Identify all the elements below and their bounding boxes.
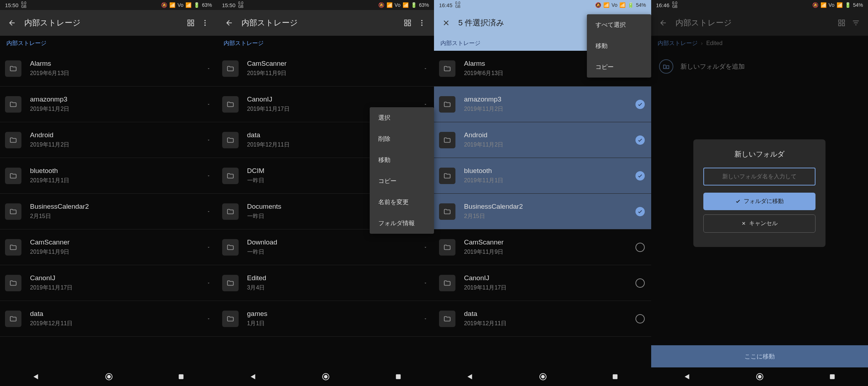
checkbox-checked-icon[interactable] <box>635 171 645 180</box>
svg-rect-19 <box>396 374 400 379</box>
breadcrumb-root[interactable]: 内部ストレージ <box>6 40 46 47</box>
checkbox-unchecked-icon[interactable] <box>635 243 645 252</box>
folder-item[interactable]: Edited 3月4日 <box>217 265 434 301</box>
chevron-down-icon[interactable] <box>206 245 211 249</box>
folder-item[interactable]: CanonIJ 2019年11月17日 <box>434 265 651 301</box>
app-header: 内部ストレージ <box>0 10 217 36</box>
nav-back-icon[interactable] <box>466 373 474 381</box>
svg-rect-9 <box>179 374 184 379</box>
nav-recent-icon[interactable] <box>178 373 185 380</box>
chevron-down-icon[interactable] <box>206 102 211 107</box>
chevron-down-icon[interactable] <box>206 317 211 321</box>
svg-rect-11 <box>408 20 410 22</box>
menu-item[interactable]: 移動 <box>370 149 434 170</box>
svg-point-6 <box>204 25 206 26</box>
svg-rect-22 <box>613 374 618 379</box>
chevron-down-icon[interactable] <box>206 209 211 214</box>
menu-item[interactable]: コピー <box>587 56 651 78</box>
menu-item[interactable]: 移動 <box>587 35 651 56</box>
chevron-down-icon[interactable] <box>423 317 428 321</box>
grid-view-icon[interactable] <box>400 16 415 30</box>
nav-recent-icon[interactable] <box>395 373 402 380</box>
folder-item[interactable]: Android 2019年11月2日 <box>434 122 651 158</box>
nav-back-icon[interactable] <box>32 373 40 381</box>
folder-icon <box>439 275 455 291</box>
nav-home-icon[interactable] <box>321 372 330 381</box>
folder-name: bluetooth <box>30 167 206 175</box>
folder-icon <box>222 239 239 256</box>
menu-item[interactable]: 選択 <box>370 107 434 128</box>
folder-item[interactable]: BusinessCalendar2 2月15日 <box>434 194 651 229</box>
menu-item[interactable]: 名前を変更 <box>370 192 434 213</box>
folder-icon <box>5 132 21 148</box>
folder-item[interactable]: Download 一昨日 <box>217 229 434 265</box>
menu-item[interactable]: コピー <box>370 170 434 192</box>
chevron-down-icon[interactable] <box>423 245 428 249</box>
signal-icon: 📶 <box>403 2 409 8</box>
chevron-down-icon[interactable] <box>423 66 428 71</box>
checkbox-checked-icon[interactable] <box>635 135 645 145</box>
folder-item[interactable]: games 1月1日 <box>217 301 434 337</box>
chevron-down-icon[interactable] <box>206 174 211 178</box>
chevron-down-icon[interactable] <box>423 281 428 285</box>
folder-item[interactable]: bluetooth 2019年11月1日 <box>434 158 651 194</box>
folder-item[interactable]: Alarms 2019年6月13日 <box>0 51 217 86</box>
folder-icon <box>5 275 21 291</box>
checkbox-checked-icon[interactable] <box>635 100 645 109</box>
menu-item[interactable]: フォルダ情報 <box>370 213 434 234</box>
confirm-button[interactable]: フォルダに移動 <box>703 193 815 210</box>
folder-item[interactable]: CamScanner 2019年11月9日 <box>0 229 217 265</box>
folder-item[interactable]: CanonIJ 2019年11月17日 <box>0 265 217 301</box>
folder-icon <box>439 311 455 327</box>
folder-icon <box>439 60 455 77</box>
folder-item[interactable]: amazonmp3 2019年11月2日 <box>0 86 217 122</box>
folder-name-input[interactable] <box>703 168 815 185</box>
cancel-button[interactable]: キャンセル <box>703 214 815 233</box>
folder-item[interactable]: BusinessCalendar2 2月15日 <box>0 194 217 229</box>
svg-point-21 <box>542 375 544 378</box>
checkbox-unchecked-icon[interactable] <box>635 278 645 288</box>
more-icon[interactable] <box>415 16 429 30</box>
folder-icon <box>439 239 455 256</box>
selection-menu: すべて選択移動コピー <box>587 14 651 78</box>
folder-item[interactable]: CamScanner 2019年11月9日 <box>434 229 651 265</box>
folder-date: 2019年11月2日 <box>30 141 206 149</box>
menu-item[interactable]: すべて選択 <box>587 14 651 35</box>
folder-item[interactable]: amazonmp3 2019年11月2日 <box>434 86 651 122</box>
folder-name: CamScanner <box>247 60 424 68</box>
folder-name: CamScanner <box>464 238 635 246</box>
nav-home-icon[interactable] <box>105 372 113 381</box>
folder-item[interactable]: bluetooth 2019年11月1日 <box>0 158 217 194</box>
chevron-down-icon[interactable] <box>206 281 211 285</box>
back-button[interactable] <box>5 16 19 30</box>
nav-home-icon[interactable] <box>539 372 547 381</box>
checkbox-checked-icon[interactable] <box>635 207 645 216</box>
folder-item[interactable]: Android 2019年11月2日 <box>0 122 217 158</box>
checkbox-unchecked-icon[interactable] <box>635 314 645 323</box>
battery-icon: 🔋 <box>628 2 634 8</box>
folder-name: BusinessCalendar2 <box>30 203 206 211</box>
chevron-down-icon[interactable] <box>206 138 211 142</box>
nav-recent-icon[interactable] <box>612 373 619 380</box>
folder-name: Android <box>30 131 206 139</box>
svg-rect-3 <box>191 24 193 26</box>
folder-item[interactable]: data 2019年12月11日 <box>434 301 651 337</box>
menu-item[interactable]: 削除 <box>370 128 434 149</box>
folder-name: amazonmp3 <box>30 95 206 103</box>
more-icon[interactable] <box>198 16 212 30</box>
wifi-icon: 📶 <box>169 2 175 8</box>
chevron-down-icon[interactable] <box>206 66 211 71</box>
svg-rect-10 <box>405 20 407 22</box>
svg-rect-12 <box>405 24 407 26</box>
back-button[interactable] <box>222 16 236 30</box>
chevron-down-icon[interactable] <box>423 102 428 107</box>
grid-view-icon[interactable] <box>184 16 198 30</box>
svg-rect-13 <box>408 24 410 26</box>
close-button[interactable] <box>439 16 453 30</box>
folder-date: 2019年11月9日 <box>464 248 635 256</box>
folder-item[interactable]: data 2019年12月11日 <box>0 301 217 337</box>
folder-item[interactable]: CamScanner 2019年11月9日 <box>217 51 434 86</box>
nav-back-icon[interactable] <box>249 373 257 381</box>
folder-name: data <box>30 310 206 318</box>
folder-name: data <box>464 310 635 318</box>
